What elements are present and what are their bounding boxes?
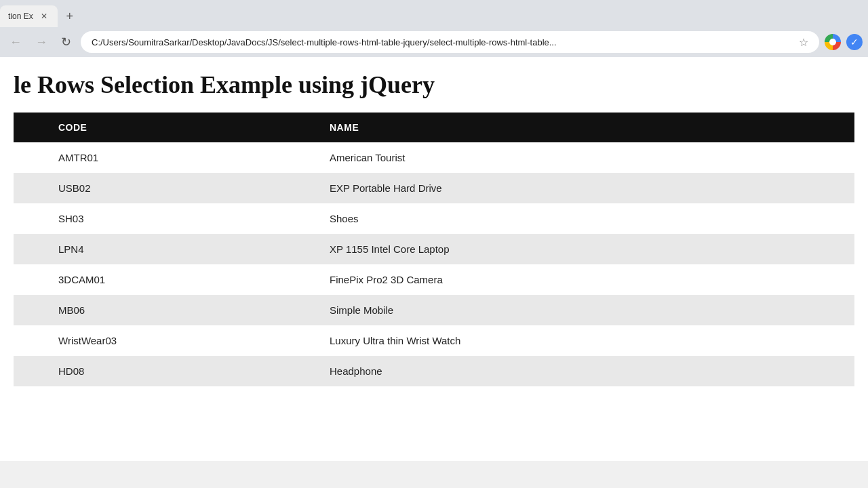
browser-status-inner bbox=[829, 39, 836, 45]
tab-bar: tion Ex ✕ + bbox=[0, 0, 868, 27]
col-header-select bbox=[14, 113, 47, 142]
row-code-cell: MB06 bbox=[47, 295, 319, 325]
row-code-cell: AMTR01 bbox=[47, 142, 319, 173]
profile-icon[interactable]: ✓ bbox=[846, 34, 863, 50]
table-row[interactable]: WristWear03Luxury Ultra thin Wrist Watch bbox=[14, 325, 854, 356]
row-name-cell: Headphone bbox=[319, 356, 854, 386]
row-name-cell: Simple Mobile bbox=[319, 295, 854, 325]
data-table: CODE NAME AMTR01American TouristUSB02EXP… bbox=[14, 113, 854, 386]
row-name-cell: Luxury Ultra thin Wrist Watch bbox=[319, 325, 854, 356]
row-select-cell bbox=[14, 142, 47, 173]
row-select-cell bbox=[14, 325, 47, 356]
col-header-code: CODE bbox=[47, 113, 319, 142]
row-code-cell: 3DCAM01 bbox=[47, 264, 319, 295]
back-button[interactable]: ← bbox=[5, 33, 26, 52]
table-row[interactable]: 3DCAM01FinePix Pro2 3D Camera bbox=[14, 264, 854, 295]
row-select-cell bbox=[14, 264, 47, 295]
table-header-row: CODE NAME bbox=[14, 113, 854, 142]
page-content: le Rows Selection Example using jQuery C… bbox=[0, 57, 868, 461]
active-tab[interactable]: tion Ex ✕ bbox=[0, 5, 58, 27]
row-name-cell: American Tourist bbox=[319, 142, 854, 173]
table-row[interactable]: MB06Simple Mobile bbox=[14, 295, 854, 325]
table-row[interactable]: AMTR01American Tourist bbox=[14, 142, 854, 173]
table-row[interactable]: SH03Shoes bbox=[14, 203, 854, 234]
row-name-cell: FinePix Pro2 3D Camera bbox=[319, 264, 854, 295]
reload-button[interactable]: ↻ bbox=[57, 32, 75, 52]
row-select-cell bbox=[14, 234, 47, 264]
row-select-cell bbox=[14, 295, 47, 325]
row-code-cell: LPN4 bbox=[47, 234, 319, 264]
table-row[interactable]: HD08Headphone bbox=[14, 356, 854, 386]
tab-title: tion Ex bbox=[8, 12, 33, 21]
page-title: le Rows Selection Example using jQuery bbox=[14, 70, 854, 99]
table-body: AMTR01American TouristUSB02EXP Portable … bbox=[14, 142, 854, 386]
row-name-cell: EXP Portable Hard Drive bbox=[319, 173, 854, 203]
table-row[interactable]: USB02EXP Portable Hard Drive bbox=[14, 173, 854, 203]
browser-chrome: tion Ex ✕ + ← → ↻ C:/Users/SoumitraSarka… bbox=[0, 0, 868, 57]
row-select-cell bbox=[14, 203, 47, 234]
row-code-cell: WristWear03 bbox=[47, 325, 319, 356]
row-name-cell: Shoes bbox=[319, 203, 854, 234]
row-code-cell: SH03 bbox=[47, 203, 319, 234]
tab-close-button[interactable]: ✕ bbox=[39, 11, 50, 22]
table-row[interactable]: LPN4XP 1155 Intel Core Laptop bbox=[14, 234, 854, 264]
forward-button[interactable]: → bbox=[31, 33, 52, 52]
address-text: C:/Users/SoumitraSarkar/Desktop/JavaDocs… bbox=[92, 37, 795, 47]
col-header-name: NAME bbox=[319, 113, 854, 142]
row-select-cell bbox=[14, 173, 47, 203]
bookmark-icon[interactable]: ☆ bbox=[799, 36, 808, 49]
row-select-cell bbox=[14, 356, 47, 386]
browser-status-icon bbox=[825, 34, 841, 50]
row-code-cell: USB02 bbox=[47, 173, 319, 203]
row-code-cell: HD08 bbox=[47, 356, 319, 386]
address-bar[interactable]: C:/Users/SoumitraSarkar/Desktop/JavaDocs… bbox=[81, 31, 819, 53]
row-name-cell: XP 1155 Intel Core Laptop bbox=[319, 234, 854, 264]
address-bar-row: ← → ↻ C:/Users/SoumitraSarkar/Desktop/Ja… bbox=[0, 27, 868, 57]
new-tab-button[interactable]: + bbox=[60, 7, 79, 26]
